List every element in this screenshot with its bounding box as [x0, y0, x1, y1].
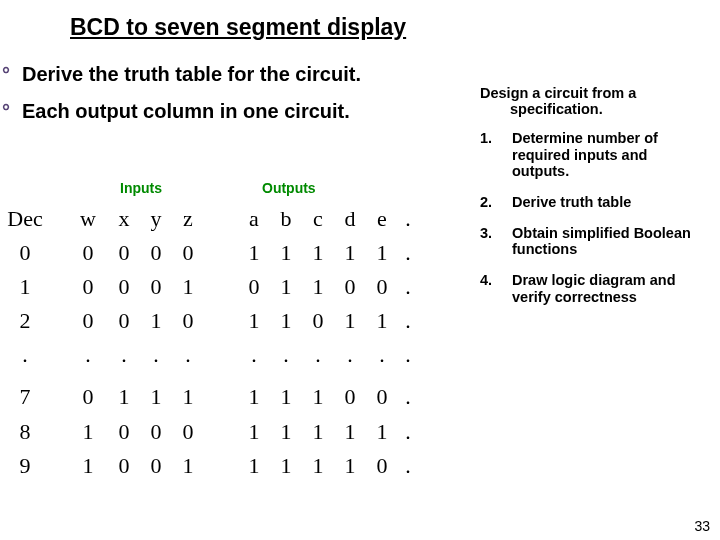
cell: 0	[172, 304, 204, 338]
cell: 0	[68, 236, 108, 270]
col-y: y	[140, 202, 172, 236]
table-row: 0000011111.	[0, 236, 470, 270]
outputs-label: Outputs	[262, 180, 316, 196]
cell	[204, 380, 238, 414]
cell: 1	[238, 415, 270, 449]
design-steps: 1.Determine number of required inputs an…	[480, 130, 712, 305]
step-number: 3.	[480, 225, 498, 258]
col-x: x	[108, 202, 140, 236]
cell: 1	[0, 270, 50, 304]
cell: 1	[270, 236, 302, 270]
cell: 1	[302, 236, 334, 270]
cell	[204, 415, 238, 449]
col-spacer	[204, 202, 238, 236]
cell: 0	[172, 415, 204, 449]
cell: 1	[366, 304, 398, 338]
cell: 0	[334, 270, 366, 304]
cell: 0	[108, 270, 140, 304]
cell: 1	[238, 380, 270, 414]
cell: 1	[270, 380, 302, 414]
col-dec: Dec	[0, 202, 50, 236]
bullet-text: Each output column in one circuit.	[22, 100, 350, 123]
cell: 1	[238, 304, 270, 338]
cell	[204, 236, 238, 270]
cell: 1	[302, 415, 334, 449]
col-b: b	[270, 202, 302, 236]
step-number: 2.	[480, 194, 498, 211]
bullet-marker-icon: °	[2, 100, 16, 123]
cell	[204, 270, 238, 304]
cell: .	[398, 380, 418, 414]
cell: .	[398, 304, 418, 338]
cell: .	[366, 338, 398, 372]
cell: 0	[366, 270, 398, 304]
cell: 0	[68, 270, 108, 304]
cell: 1	[108, 380, 140, 414]
cell: .	[398, 338, 418, 372]
cell: 1	[302, 449, 334, 483]
table-gap	[0, 372, 470, 380]
step-text: Determine number of required inputs and …	[512, 130, 712, 180]
cell: 0	[334, 380, 366, 414]
table-row: 2001011011.	[0, 304, 470, 338]
cell: 9	[0, 449, 50, 483]
cell	[204, 304, 238, 338]
design-title-line1: Design a circuit from a	[480, 85, 636, 101]
cell: 1	[238, 236, 270, 270]
cell: 0	[108, 304, 140, 338]
cell	[204, 449, 238, 483]
cell: .	[398, 449, 418, 483]
cell: .	[172, 338, 204, 372]
step-text: Obtain simplified Boolean functions	[512, 225, 712, 258]
cell: .	[108, 338, 140, 372]
cell: .	[398, 270, 418, 304]
cell: 1	[302, 380, 334, 414]
cell: 1	[68, 415, 108, 449]
design-step: 4.Draw logic diagram and verify correctn…	[480, 272, 712, 305]
col-dot: .	[398, 202, 418, 236]
cell: 0	[108, 236, 140, 270]
cell: 1	[334, 236, 366, 270]
cell: 0	[238, 270, 270, 304]
design-step: 3.Obtain simplified Boolean functions	[480, 225, 712, 258]
cell: 0	[366, 449, 398, 483]
table-row: 8100011111.	[0, 415, 470, 449]
table-row: ...........	[0, 338, 470, 372]
step-number: 4.	[480, 272, 498, 305]
col-c: c	[302, 202, 334, 236]
truth-table: Dec w x y z a b c d e . 0000011111.10001…	[0, 202, 470, 483]
cell: 1	[270, 304, 302, 338]
table-row: 1000101100.	[0, 270, 470, 304]
col-z: z	[172, 202, 204, 236]
design-title-line2: specification.	[480, 102, 712, 118]
cell: .	[302, 338, 334, 372]
cell: 1	[270, 270, 302, 304]
design-steps-panel: Design a circuit from a specification. 1…	[480, 86, 712, 319]
cell: .	[238, 338, 270, 372]
cell: 0	[366, 380, 398, 414]
cell: 1	[366, 236, 398, 270]
cell: .	[334, 338, 366, 372]
cell: 1	[334, 449, 366, 483]
inputs-label: Inputs	[120, 180, 162, 196]
design-step: 1.Determine number of required inputs an…	[480, 130, 712, 180]
cell: 0	[68, 304, 108, 338]
cell: 1	[238, 449, 270, 483]
cell: .	[270, 338, 302, 372]
bullet-marker-icon: °	[2, 63, 16, 86]
cell: 1	[68, 449, 108, 483]
table-row: 9100111110.	[0, 449, 470, 483]
col-d: d	[334, 202, 366, 236]
cell: 1	[270, 449, 302, 483]
page-number: 33	[694, 518, 710, 534]
col-w: w	[68, 202, 108, 236]
step-text: Draw logic diagram and verify correctnes…	[512, 272, 712, 305]
cell: 1	[140, 304, 172, 338]
cell: .	[398, 236, 418, 270]
cell: 1	[172, 449, 204, 483]
design-title: Design a circuit from a specification.	[480, 86, 712, 118]
cell: 0	[0, 236, 50, 270]
bullet-item: ° Derive the truth table for the circuit…	[2, 63, 720, 86]
bullet-text: Derive the truth table for the circuit.	[22, 63, 361, 86]
col-a: a	[238, 202, 270, 236]
